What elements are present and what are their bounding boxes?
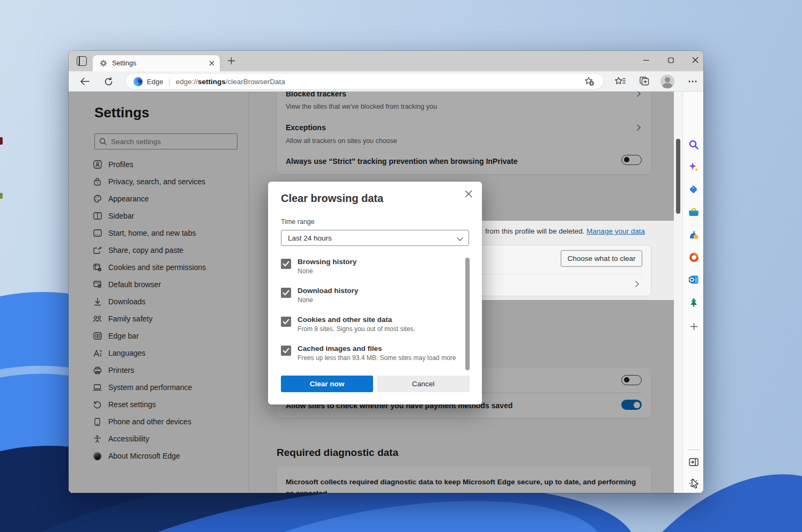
sidebar-search-icon[interactable] xyxy=(687,138,701,152)
sidebar-add-icon[interactable] xyxy=(687,319,701,333)
mouse-cursor xyxy=(692,478,701,489)
sidebar-tree-icon[interactable] xyxy=(687,295,701,309)
clear-browsing-data-dialog: Clear browsing data Time range Last 24 h… xyxy=(268,182,482,404)
edge-sidebar xyxy=(682,92,703,493)
sidebar-collapse-icon[interactable] xyxy=(687,455,701,469)
settings-menu-icon[interactable] xyxy=(686,75,699,88)
address-bar[interactable]: Edge | edge://settings/clearBrowserData xyxy=(126,74,603,89)
maximize-button[interactable] xyxy=(658,51,683,69)
time-range-value: Last 24 hours xyxy=(288,234,458,242)
chevron-right-icon[interactable] xyxy=(633,281,638,287)
dialog-row-browsing-history[interactable]: Browsing history None xyxy=(281,258,458,275)
checkbox-checked-icon[interactable] xyxy=(281,288,291,298)
choose-what-to-clear-button[interactable]: Choose what to clear xyxy=(561,250,642,267)
manage-your-data-link[interactable]: Manage your data xyxy=(586,227,645,235)
desktop: Settings xyxy=(0,0,802,532)
edge-logo-icon xyxy=(133,77,143,86)
collections-icon[interactable] xyxy=(638,75,651,88)
profile-avatar[interactable] xyxy=(660,74,674,88)
refresh-icon[interactable] xyxy=(102,75,115,88)
tab-close-icon[interactable] xyxy=(209,61,214,66)
desktop-icon-fragment xyxy=(0,137,3,145)
tab-actions-menu-icon[interactable] xyxy=(77,56,87,66)
time-range-select[interactable]: Last 24 hours xyxy=(281,230,469,246)
minimize-button[interactable] xyxy=(634,51,658,69)
tab-strip: Settings xyxy=(69,51,703,71)
back-icon[interactable] xyxy=(78,75,91,88)
checkbox-checked-icon[interactable] xyxy=(281,317,291,327)
sidebar-shopping-icon[interactable] xyxy=(687,183,701,197)
tab-title: Settings xyxy=(112,59,209,67)
deleted-text: from this profile will be deleted. xyxy=(485,227,584,235)
browser-content: Settings Profiles Privacy, search, and s xyxy=(69,92,703,493)
sidebar-copilot-icon[interactable] xyxy=(687,160,701,174)
clear-now-button[interactable]: Clear now xyxy=(281,376,373,392)
chevron-down-icon xyxy=(457,235,463,241)
close-window-button[interactable] xyxy=(683,51,703,69)
dialog-row-cookies[interactable]: Cookies and other site data From 8 sites… xyxy=(281,316,458,333)
page-scrollbar-thumb[interactable] xyxy=(676,139,680,214)
new-tab-button[interactable] xyxy=(227,57,235,65)
sidebar-toolbox-icon[interactable] xyxy=(687,205,701,219)
address-url[interactable]: edge://settings/clearBrowserData xyxy=(176,78,285,86)
settings-page: Settings Profiles Privacy, search, and s xyxy=(69,92,682,493)
dialog-scrollbar-thumb[interactable] xyxy=(465,258,470,370)
tab-gear-icon xyxy=(100,59,107,67)
checkbox-checked-icon[interactable] xyxy=(281,346,291,356)
sidebar-office-icon[interactable] xyxy=(687,250,701,264)
site-label: Edge xyxy=(147,78,163,86)
dialog-row-cached-images[interactable]: Cached images and files Frees up less th… xyxy=(281,344,458,362)
sidebar-divider xyxy=(688,449,700,450)
dialog-title: Clear browsing data xyxy=(281,192,383,205)
dialog-close-icon[interactable] xyxy=(462,187,476,201)
tab-settings[interactable]: Settings xyxy=(93,55,220,71)
add-favorite-icon[interactable] xyxy=(584,77,595,86)
favorites-icon[interactable] xyxy=(614,75,627,88)
address-separator: | xyxy=(168,78,170,86)
browser-window: Settings xyxy=(69,51,703,493)
sidebar-outlook-icon[interactable] xyxy=(687,273,701,287)
page-scrollbar[interactable] xyxy=(674,92,682,493)
checkbox-checked-icon[interactable] xyxy=(281,259,291,269)
cancel-button[interactable]: Cancel xyxy=(377,376,470,392)
browser-toolbar: Edge | edge://settings/clearBrowserData xyxy=(69,71,703,92)
time-range-label: Time range xyxy=(281,218,315,226)
dialog-row-download-history[interactable]: Download history None xyxy=(281,287,458,304)
sidebar-games-icon[interactable] xyxy=(687,228,701,242)
desktop-icon-fragment xyxy=(0,193,3,199)
